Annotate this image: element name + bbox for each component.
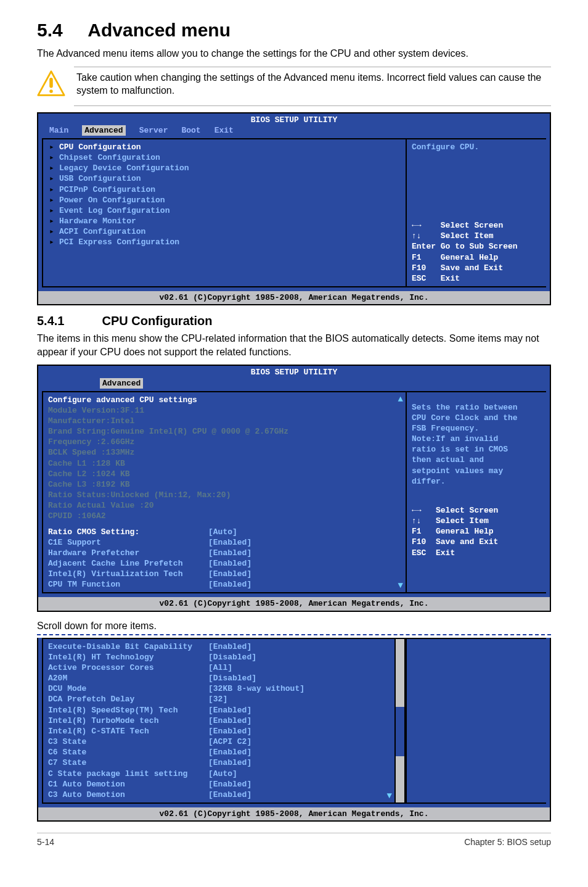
cpu-info: Manufacturer:Intel [48,416,401,426]
help-line: Note:If an invalid [412,434,541,444]
bios-left-panel: Execute-Disable Bit Capability[Enabled] … [42,638,396,804]
setting-c3-state[interactable]: C3 State[ACPI C2] [48,736,390,747]
tab-advanced[interactable]: Advanced [100,378,143,389]
setting-c1e-support[interactable]: C1E Support[Enabled] [48,537,401,548]
menu-power-on-configuration[interactable]: Power On Configuration [48,195,401,205]
setting-execute-disable[interactable]: Execute-Disable Bit Capability[Enabled] [48,642,390,652]
scrollbar-thumb[interactable] [396,707,404,756]
setting-active-processor-cores[interactable]: Active Processor Cores[All] [48,662,390,673]
bios-advanced-menu: BIOS SETUP UTILITY Main Advanced Server … [37,112,551,306]
setting-dca-prefetch-delay[interactable]: DCA Prefetch Delay[32] [48,694,390,704]
scrollbar[interactable] [396,638,406,804]
bios-right-panel: Configure CPU. ←→ Select Screen ↑↓ Selec… [407,138,546,287]
subsection-heading: 5.4.1 CPU Configuration [37,314,551,328]
setting-intel-virtualization[interactable]: Intel(R) Virtualization Tech[Enabled] [48,569,401,579]
cpu-info: CPUID :106A2 [48,511,401,521]
bios-right-panel: Sets the ratio between CPU Core Clock an… [407,391,546,594]
svg-rect-1 [49,77,53,88]
bios-right-panel [406,638,546,804]
help-key-row: ESC Exit [412,273,541,284]
tab-main[interactable]: Main [49,125,68,136]
help-keys: ←→ Select Screen ↑↓ Select Item Enter Go… [412,220,541,284]
setting-c6-state[interactable]: C6 State[Enabled] [48,747,390,757]
bios-footer: v02.61 (C)Copyright 1985-2008, American … [38,291,550,304]
tab-exit[interactable]: Exit [214,125,234,136]
section-number: 5.4 [37,20,63,40]
setting-cpu-tm-function[interactable]: CPU TM Function[Enabled] [48,579,401,590]
help-line: ratio is set in CMOS [412,444,541,455]
caution-text: Take caution when changing the settings … [76,71,551,97]
help-key-row: ↑↓ Select Item [412,516,541,526]
scroll-note: Scroll down for more items. [37,621,551,632]
bios-title: BIOS SETUP UTILITY [38,113,550,125]
section-heading: 5.4 Advanced menu [37,20,551,41]
help-key-row: F1 General Help [412,526,541,537]
bios-cpu-scroll-continued: Execute-Disable Bit Capability[Enabled] … [37,638,551,822]
setting-c3-auto-demotion[interactable]: C3 Auto Demotion[Enabled] [48,790,390,800]
bios-footer: v02.61 (C)Copyright 1985-2008, American … [38,807,550,820]
help-key-row: ←→ Select Screen [412,220,541,231]
cpu-info: Frequency :2.66GHz [48,437,401,447]
help-keys: ←→ Select Screen ↑↓ Select Item F1 Gener… [412,505,541,558]
menu-usb-configuration[interactable]: USB Configuration [48,173,401,184]
help-key-row: ESC Exit [412,548,541,558]
menu-pci-express-configuration[interactable]: PCI Express Configuration [48,237,401,247]
caution-callout: Take caution when changing the settings … [37,70,551,101]
cpu-setting-rows: Ratio CMOS Setting:[Auto] C1E Support[En… [48,527,401,590]
divider [74,67,551,67]
menu-legacy-device-configuration[interactable]: Legacy Device Configuration [48,163,401,173]
bios-left-panel: ▲ Configure advanced CPU settings Module… [42,391,407,594]
divider [74,105,551,106]
cpu-info: Cache L2 :1024 KB [48,469,401,479]
help-key-row: Enter Go to Sub Screen [412,241,541,252]
menu-hardware-monitor[interactable]: Hardware Monitor [48,216,401,226]
menu-acpi-configuration[interactable]: ACPI Configuration [48,226,401,237]
setting-c-state-package-limit[interactable]: C State package limit setting[Auto] [48,769,390,779]
menu-chipset-configuration[interactable]: Chipset Configuration [48,152,401,163]
help-line: Sets the ratio between [412,402,541,413]
setting-ratio-cmos[interactable]: Ratio CMOS Setting:[Auto] [48,527,401,537]
help-key-row: ↑↓ Select Item [412,231,541,241]
section-title-text: Advanced menu [88,20,231,40]
bios-title: BIOS SETUP UTILITY [38,366,550,377]
bios-footer: v02.61 (C)Copyright 1985-2008, American … [38,597,550,610]
setting-cstate-tech[interactable]: Intel(R) C-STATE Tech[Enabled] [48,726,390,736]
help-key-row: F1 General Help [412,252,541,263]
help-key-row: F10 Save and Exit [412,263,541,273]
scroll-up-icon[interactable]: ▲ [398,394,403,405]
scroll-down-icon[interactable]: ▼ [398,580,403,591]
help-header: Configure CPU. [412,142,541,152]
cpu-info: Ratio Actual Value :20 [48,500,401,511]
section-lead: The Advanced menu items allow you to cha… [37,47,551,60]
menu-cpu-configuration[interactable]: CPU Configuration [48,142,401,152]
menu-event-log-configuration[interactable]: Event Log Configuration [48,205,401,216]
tab-server[interactable]: Server [139,125,168,136]
cpu-info: Cache L3 :8192 KB [48,479,401,490]
menu-pcipnp-configuration[interactable]: PCIPnP Configuration [48,184,401,195]
bios-left-panel: CPU Configuration Chipset Configuration … [42,138,407,287]
setting-dcu-mode[interactable]: DCU Mode[32KB 8-way without] [48,683,390,694]
setting-c7-state[interactable]: C7 State[Enabled] [48,757,390,768]
scroll-down-icon[interactable]: ▼ [387,790,392,801]
bios-tabs: Advanced [38,378,550,391]
setting-adjacent-cache-line-prefetch[interactable]: Adjacent Cache Line Prefetch[Enabled] [48,558,401,569]
setting-ht-technology[interactable]: Intel(R) HT Technology[Disabled] [48,652,390,662]
cpu-settings-heading: Configure advanced CPU settings [48,395,401,405]
help-line: FSB Frequency. [412,423,541,434]
cpu-info: BCLK Speed :133MHz [48,447,401,458]
help-line: differ. [412,476,541,487]
tab-advanced[interactable]: Advanced [82,125,125,136]
setting-a20m[interactable]: A20M[Disabled] [48,673,390,683]
setting-hardware-prefetcher[interactable]: Hardware Prefetcher[Enabled] [48,548,401,558]
subsection-title: CPU Configuration [102,314,213,328]
setting-speedstep[interactable]: Intel(R) SpeedStep(TM) Tech[Enabled] [48,705,390,716]
chapter-label: Chapter 5: BIOS setup [464,837,551,847]
tab-boot[interactable]: Boot [181,125,200,136]
help-line: then actual and [412,455,541,465]
setting-turbomode[interactable]: Intel(R) TurboMode tech[Enabled] [48,716,390,726]
module-version: Module Version:3F.11 [48,405,401,416]
cpu-info: Cache L1 :128 KB [48,458,401,469]
help-line: setpoint values may [412,466,541,476]
help-key-row: ←→ Select Screen [412,505,541,516]
setting-c1-auto-demotion[interactable]: C1 Auto Demotion[Enabled] [48,779,390,790]
